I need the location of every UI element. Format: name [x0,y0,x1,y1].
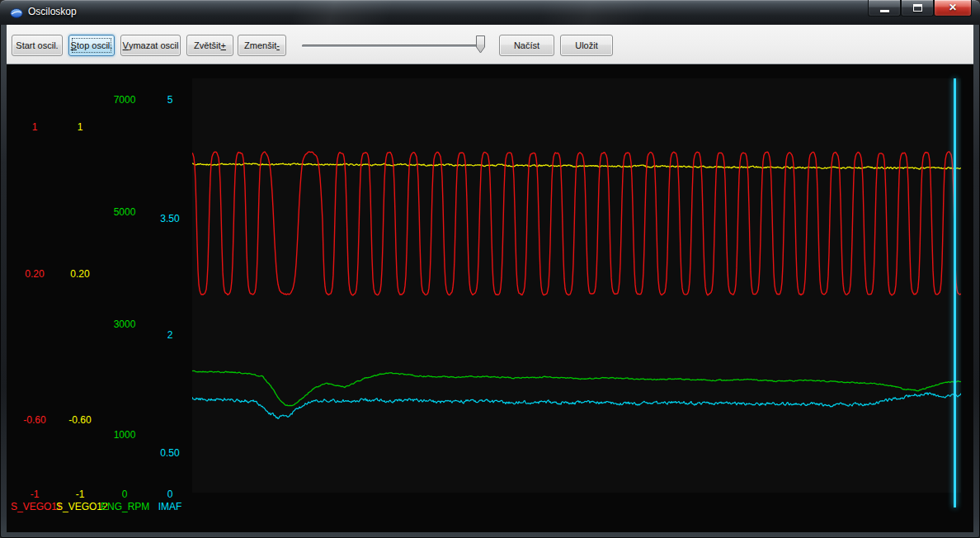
window-title: Osciloskop [28,0,77,24]
axis-tick: 7000 [101,94,148,106]
axis-eng-rpm: 7000 5000 3000 1000 0 ENG_RPM [101,64,148,532]
zoom-out-button[interactable]: Zmenšit - [238,35,286,56]
slider-thumb[interactable] [475,35,486,54]
axis-tick: 0.50 [146,447,194,459]
axis-tick: 1000 [101,429,148,441]
axis-tick: 1 [11,121,59,133]
close-icon: ✕ [935,0,971,16]
channel-name: IMAF [146,501,194,512]
scope-slider[interactable] [297,31,492,59]
axis-tick: 5 [146,94,194,106]
save-button[interactable]: Uložit [560,35,613,56]
channel-name: S_VEGO11 [11,501,59,512]
maximize-icon [913,4,922,12]
axis-tick: -0.60 [11,414,59,426]
stop-button-label: S [71,40,77,50]
close-button[interactable]: ✕ [934,0,972,17]
clear-oscilloscope-button[interactable]: Vymazat oscil [120,35,181,56]
maximize-button[interactable] [901,0,934,17]
waveform-canvas [192,78,961,493]
axis-tick: 5000 [101,206,148,218]
toolbar: Start oscil. Stop oscil. Vymazat oscil Z… [7,25,973,64]
scope-area: 1 0.20 -0.60 -1 S_VEGO11 1 0.20 -0.60 -1… [7,64,973,532]
zoom-in-label: Zvětšit [194,40,220,50]
axis-s-vego12: 1 0.20 -0.60 -1 S_VEGO12 [56,64,104,532]
axis-tick: 3.50 [146,213,194,224]
axis-tick: -0.60 [56,414,104,426]
load-button-label: Načíst [514,40,539,50]
axis-tick: -1 [11,488,59,500]
titlebar: Osciloskop ✕ [0,0,980,25]
caption-buttons: ✕ [868,0,972,17]
load-button[interactable]: Načíst [499,35,554,56]
start-oscilloscope-button[interactable]: Start oscil. [12,35,63,56]
channel-name: ENG_RPM [101,501,148,512]
axis-imaf: 5 3.50 2 0.50 0 IMAF [146,64,194,532]
axis-tick: 1 [56,121,104,133]
save-button-label: Uložit [575,40,598,50]
start-button-label: Start oscil. [16,40,58,50]
axis-tick: 0.20 [11,268,59,280]
zoom-in-button[interactable]: Zvětšit + [186,35,233,56]
axis-tick: 3000 [101,319,148,330]
stop-oscilloscope-button[interactable]: Stop oscil. [68,35,115,56]
minimize-button[interactable] [868,0,901,17]
minimize-icon [880,10,889,12]
slider-track[interactable] [302,45,483,47]
axis-s-vego11: 1 0.20 -0.60 -1 S_VEGO11 [11,64,59,532]
axis-tick: 0 [101,488,148,500]
clear-button-label: V [123,40,129,50]
axis-tick: 0.20 [56,268,104,280]
axis-tick: 2 [146,329,194,341]
osciloskop-window: Osciloskop ✕ Start oscil. Stop oscil. Vy… [0,0,980,538]
channel-name: S_VEGO12 [56,501,104,512]
app-icon [10,7,23,20]
sweep-cursor [954,78,956,507]
axis-tick: 0 [146,488,194,500]
axis-tick: -1 [56,488,104,500]
zoom-out-label: Zmenšit [244,40,276,50]
